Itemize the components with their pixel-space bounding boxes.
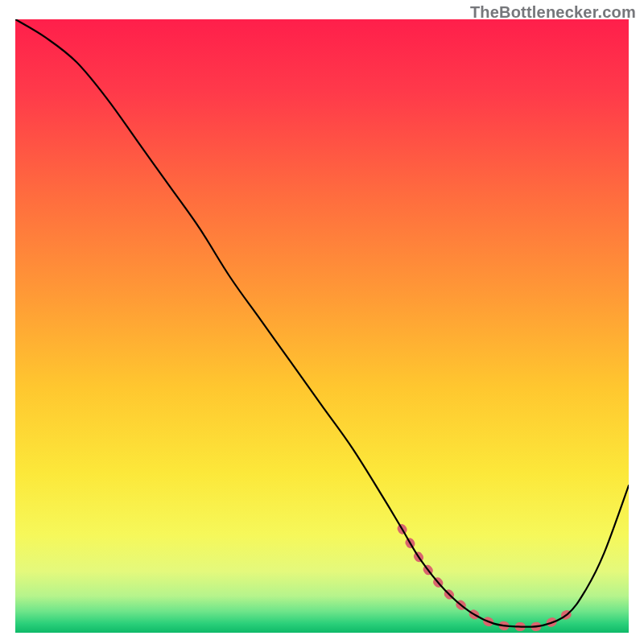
gradient-background bbox=[15, 19, 629, 633]
chart-svg bbox=[15, 19, 629, 633]
plot-area bbox=[15, 19, 629, 633]
chart-container: TheBottlenecker.com bbox=[0, 0, 644, 644]
